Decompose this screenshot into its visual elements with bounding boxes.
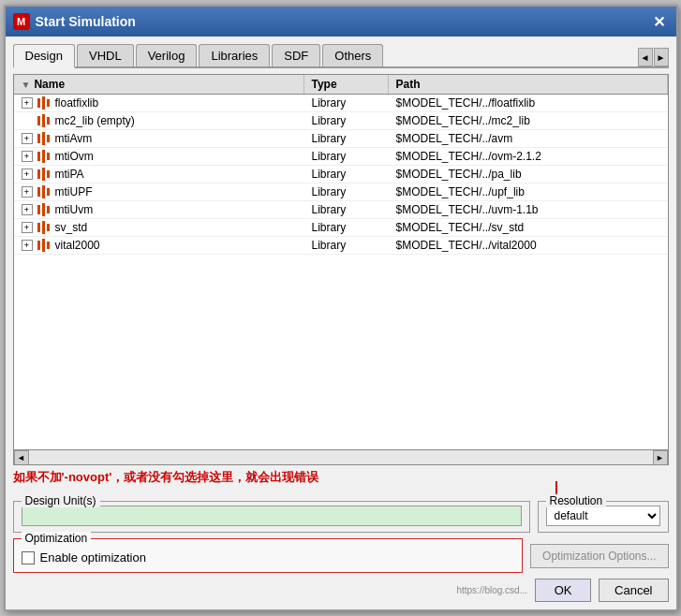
- h-scroll-right-btn[interactable]: ►: [653, 450, 668, 465]
- sort-icon: ▼: [22, 80, 31, 90]
- cell-type: Library: [304, 183, 389, 200]
- cell-type: Library: [304, 166, 389, 183]
- tab-scroll-left[interactable]: ◄: [638, 48, 653, 66]
- expand-btn[interactable]: +: [22, 133, 33, 144]
- library-icon: [37, 203, 52, 216]
- table-body[interactable]: +floatfixlibLibrary$MODEL_TECH/../floatf…: [14, 95, 668, 449]
- cell-type: Library: [304, 112, 389, 129]
- resolution-select[interactable]: default 1ns 100ps 10ps 1ps: [546, 506, 660, 526]
- cell-type: Library: [304, 201, 389, 218]
- tab-vhdl[interactable]: VHDL: [77, 44, 134, 66]
- row-name-text: mc2_lib (empty): [55, 114, 135, 127]
- window-title: Start Simulation: [36, 14, 136, 29]
- h-scroll-track[interactable]: [29, 450, 653, 465]
- tab-sdf[interactable]: SDF: [272, 44, 320, 66]
- library-icon: [37, 221, 52, 234]
- row-name-text: mtiUPF: [55, 185, 93, 198]
- expand-btn[interactable]: +: [22, 186, 33, 198]
- table-row[interactable]: +sv_stdLibrary$MODEL_TECH/../sv_std: [14, 219, 668, 237]
- library-icon: [37, 150, 52, 163]
- table-row[interactable]: +vital2000Library$MODEL_TECH/../vital200…: [14, 237, 668, 255]
- design-unit-box: Design Unit(s): [13, 501, 530, 533]
- cell-type: Library: [304, 237, 389, 254]
- tab-libraries[interactable]: Libraries: [199, 44, 270, 66]
- tab-bar: Design VHDL Verilog Libraries SDF Others…: [13, 44, 669, 68]
- enable-optimization-label: Enable optimization: [40, 550, 146, 565]
- cell-type: Library: [304, 148, 389, 165]
- window-content: Design VHDL Verilog Libraries SDF Others…: [6, 37, 676, 609]
- table-row[interactable]: +mtiPALibrary$MODEL_TECH/../pa_lib: [14, 166, 668, 183]
- cell-path: $MODEL_TECH/../mc2_lib: [389, 112, 668, 129]
- cell-type: Library: [304, 130, 389, 147]
- ok-button[interactable]: OK: [535, 579, 591, 602]
- expand-btn[interactable]: +: [22, 222, 33, 233]
- h-scrollbar[interactable]: ◄ ►: [14, 449, 668, 464]
- row-name-text: mtiUvm: [55, 203, 94, 216]
- optimization-group: Optimization Enable optimization: [13, 538, 524, 573]
- cell-name: +mtiUPF: [14, 183, 304, 200]
- row-name-text: sv_std: [55, 221, 88, 234]
- cell-type: Library: [304, 95, 389, 111]
- table-row[interactable]: +mtiUvmLibrary$MODEL_TECH/../uvm-1.1b: [14, 201, 668, 219]
- enable-optimization-checkbox[interactable]: [22, 551, 35, 565]
- row-name-text: floatfixlib: [55, 96, 99, 110]
- titlebar-left: M Start Simulation: [13, 13, 136, 30]
- row-name-text: vital2000: [55, 239, 100, 252]
- cell-name: +floatfixlib: [14, 95, 304, 111]
- library-icon: [37, 114, 52, 127]
- row-name-text: mtiOvm: [55, 150, 94, 163]
- library-icon: [37, 185, 52, 198]
- design-unit-row: Design Unit(s) Resolution default 1ns 10…: [13, 501, 669, 533]
- cell-name: +mtiOvm: [14, 148, 304, 165]
- cancel-button[interactable]: Cancel: [599, 579, 668, 602]
- h-scroll-left-btn[interactable]: ◄: [14, 450, 29, 465]
- cell-path: $MODEL_TECH/../vital2000: [389, 237, 668, 254]
- titlebar: M Start Simulation ✕: [6, 7, 676, 37]
- annotation-text: 如果不加'-novopt'，或者没有勾选掉这里，就会出现错误: [13, 469, 319, 486]
- cell-name: +mtiPA: [14, 166, 304, 183]
- expand-btn[interactable]: +: [22, 151, 33, 162]
- table-row[interactable]: +mtiAvmLibrary$MODEL_TECH/../avm: [14, 130, 668, 148]
- tab-others[interactable]: Others: [322, 44, 383, 66]
- optimization-legend: Optimization: [22, 532, 92, 545]
- expand-btn[interactable]: +: [22, 169, 33, 180]
- expand-btn[interactable]: +: [22, 204, 33, 215]
- tab-scroll-right[interactable]: ►: [654, 48, 669, 66]
- app-icon: M: [13, 13, 30, 30]
- tab-nav: ◄ ►: [638, 48, 669, 66]
- library-icon: [37, 96, 52, 110]
- tab-design[interactable]: Design: [13, 44, 75, 68]
- expand-btn[interactable]: +: [22, 97, 33, 109]
- library-table: ▼ Name Type Path +floatfixlibLibrary$MOD…: [13, 74, 669, 465]
- cell-path: $MODEL_TECH/../floatfixlib: [389, 95, 668, 111]
- col-header-name: ▼ Name: [14, 75, 304, 94]
- cell-path: $MODEL_TECH/../pa_lib: [389, 166, 668, 183]
- cell-name: +mtiAvm: [14, 130, 304, 147]
- col-header-path: Path: [389, 75, 668, 94]
- library-icon: [37, 239, 52, 252]
- optimization-options-button[interactable]: Optimization Options...: [530, 544, 668, 568]
- design-unit-label: Design Unit(s): [22, 494, 100, 507]
- library-icon: [37, 168, 52, 181]
- cell-path: $MODEL_TECH/../avm: [389, 130, 668, 147]
- tab-verilog[interactable]: Verilog: [136, 44, 198, 66]
- row-name-text: mtiAvm: [55, 132, 93, 145]
- col-header-type: Type: [304, 75, 389, 94]
- enable-optimization-row: Enable optimization: [22, 550, 515, 565]
- design-unit-input[interactable]: [22, 506, 522, 526]
- cell-path: $MODEL_TECH/../ovm-2.1.2: [389, 148, 668, 165]
- cell-name: +sv_std: [14, 219, 304, 236]
- table-row[interactable]: +mtiOvmLibrary$MODEL_TECH/../ovm-2.1.2: [14, 148, 668, 166]
- table-row[interactable]: +floatfixlibLibrary$MODEL_TECH/../floatf…: [14, 95, 668, 112]
- design-unit-group: Design Unit(s): [13, 501, 530, 533]
- close-button[interactable]: ✕: [649, 13, 669, 31]
- cell-path: $MODEL_TECH/../uvm-1.1b: [389, 201, 668, 218]
- cell-path: $MODEL_TECH/../sv_std: [389, 219, 668, 236]
- cell-name: +vital2000: [14, 237, 304, 254]
- table-row[interactable]: +mtiUPFLibrary$MODEL_TECH/../upf_lib: [14, 183, 668, 201]
- cell-path: $MODEL_TECH/../upf_lib: [389, 183, 668, 200]
- table-row[interactable]: mc2_lib (empty)Library$MODEL_TECH/../mc2…: [14, 112, 668, 130]
- table-header: ▼ Name Type Path: [14, 75, 668, 95]
- expand-btn[interactable]: +: [22, 240, 33, 251]
- cell-name: +mtiUvm: [14, 201, 304, 218]
